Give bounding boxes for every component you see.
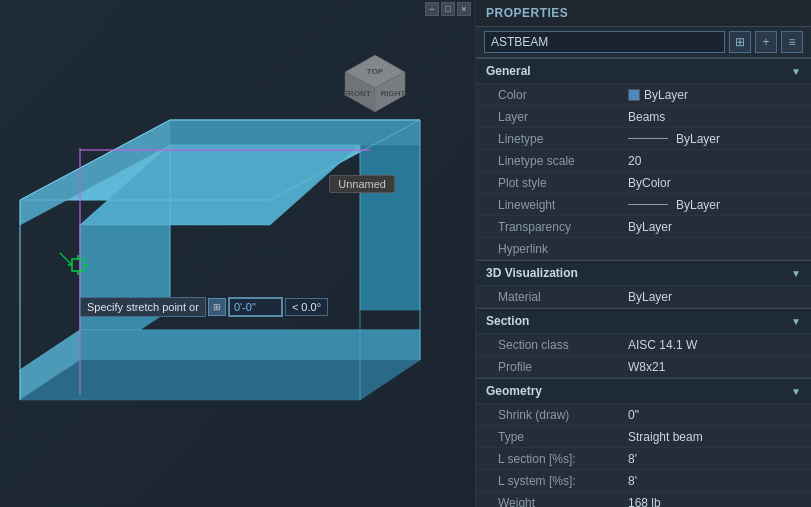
prop-label-2-0: Section class: [498, 338, 628, 352]
maximize-button[interactable]: □: [441, 2, 455, 16]
prop-row-3-0[interactable]: Shrink (draw) 0": [476, 404, 811, 426]
section-arrow-3: ▼: [791, 386, 801, 397]
section-label-3: Geometry: [486, 384, 542, 398]
navigation-cube[interactable]: TOP FRONT RIGHT: [335, 50, 415, 130]
copy-icon: ⊞: [735, 35, 745, 49]
prop-row-3-4[interactable]: Weight 168 lb: [476, 492, 811, 507]
plus-icon: +: [762, 35, 769, 49]
properties-panel: PROPERTIES ASTBEAM ⊞ + ≡ General▼ Color …: [476, 0, 811, 507]
color-swatch: [628, 89, 640, 101]
prop-label-3-3: L system [%s]:: [498, 474, 628, 488]
section-arrow-0: ▼: [791, 66, 801, 77]
svg-text:RIGHT: RIGHT: [381, 89, 406, 98]
prop-value-3-0: 0": [628, 408, 639, 422]
prop-row-0-7[interactable]: Hyperlink: [476, 238, 811, 260]
prop-value-container-3-3: 8': [628, 474, 637, 488]
section-arrow-2: ▼: [791, 316, 801, 327]
prop-value-container-0-0: ByLayer: [628, 88, 688, 102]
prop-label-2-1: Profile: [498, 360, 628, 374]
window-controls: − □ ×: [421, 0, 475, 18]
prop-label-0-4: Plot style: [498, 176, 628, 190]
command-icon[interactable]: ⊞: [208, 298, 226, 316]
command-bar[interactable]: Specify stretch point or ⊞ < 0.0°: [80, 297, 328, 317]
section-header-0[interactable]: General▼: [476, 58, 811, 84]
svg-text:FRONT: FRONT: [343, 89, 371, 98]
section-header-3[interactable]: Geometry▼: [476, 378, 811, 404]
prop-label-1-0: Material: [498, 290, 628, 304]
prop-value-3-2: 8': [628, 452, 637, 466]
prop-value-3-3: 8': [628, 474, 637, 488]
svg-marker-6: [360, 145, 420, 310]
prop-row-2-1[interactable]: Profile W8x21: [476, 356, 811, 378]
panel-toolbar: ASTBEAM ⊞ + ≡: [476, 27, 811, 58]
prop-row-0-6[interactable]: Transparency ByLayer: [476, 216, 811, 238]
prop-row-0-1[interactable]: Layer Beams: [476, 106, 811, 128]
prop-value-0-3: 20: [628, 154, 641, 168]
prop-value-1-0: ByLayer: [628, 290, 672, 304]
prop-label-0-3: Linetype scale: [498, 154, 628, 168]
prop-value-0-0: ByLayer: [644, 88, 688, 102]
prop-value-container-0-3: 20: [628, 154, 641, 168]
prop-row-3-1[interactable]: Type Straight beam: [476, 426, 811, 448]
prop-row-0-3[interactable]: Linetype scale 20: [476, 150, 811, 172]
prop-value-0-2: ByLayer: [676, 132, 720, 146]
prop-value-2-1: W8x21: [628, 360, 665, 374]
command-input-field[interactable]: [228, 297, 283, 317]
section-label-2: Section: [486, 314, 529, 328]
line-sample: [628, 138, 668, 139]
prop-label-3-0: Shrink (draw): [498, 408, 628, 422]
panel-title: PROPERTIES: [486, 6, 568, 20]
copy-icon-button[interactable]: ⊞: [729, 31, 751, 53]
prop-row-3-3[interactable]: L system [%s]: 8': [476, 470, 811, 492]
prop-value-0-1: Beams: [628, 110, 665, 124]
prop-row-3-2[interactable]: L section [%s]: 8': [476, 448, 811, 470]
prop-label-3-1: Type: [498, 430, 628, 444]
prop-value-container-3-2: 8': [628, 452, 637, 466]
prop-row-0-2[interactable]: Linetype ByLayer: [476, 128, 811, 150]
prop-label-0-2: Linetype: [498, 132, 628, 146]
command-prompt: Specify stretch point or: [80, 297, 206, 317]
panel-header: PROPERTIES: [476, 0, 811, 27]
unnamed-label: Unnamed: [329, 175, 395, 193]
prop-row-0-5[interactable]: Lineweight ByLayer: [476, 194, 811, 216]
prop-value-container-0-6: ByLayer: [628, 220, 672, 234]
prop-value-container-0-5: ByLayer: [628, 198, 720, 212]
prop-value-0-4: ByColor: [628, 176, 671, 190]
minimize-button[interactable]: −: [425, 2, 439, 16]
prop-label-0-5: Lineweight: [498, 198, 628, 212]
prop-value-container-0-4: ByColor: [628, 176, 671, 190]
settings-icon-button[interactable]: ≡: [781, 31, 803, 53]
section-header-1[interactable]: 3D Visualization▼: [476, 260, 811, 286]
prop-value-container-0-2: ByLayer: [628, 132, 720, 146]
section-header-2[interactable]: Section▼: [476, 308, 811, 334]
prop-label-3-2: L section [%s]:: [498, 452, 628, 466]
close-button[interactable]: ×: [457, 2, 471, 16]
prop-value-3-4: 168 lb: [628, 496, 661, 508]
prop-label-0-0: Color: [498, 88, 628, 102]
prop-label-3-4: Weight: [498, 496, 628, 508]
object-dropdown[interactable]: ASTBEAM: [484, 31, 725, 53]
viewport[interactable]: − □ ×: [0, 0, 476, 507]
prop-row-0-0[interactable]: Color ByLayer: [476, 84, 811, 106]
add-icon-button[interactable]: +: [755, 31, 777, 53]
section-label-1: 3D Visualization: [486, 266, 578, 280]
prop-label-0-1: Layer: [498, 110, 628, 124]
prop-label-0-7: Hyperlink: [498, 242, 628, 256]
command-angle-display: < 0.0°: [285, 298, 328, 316]
svg-marker-9: [80, 330, 420, 360]
prop-value-container-2-0: AISC 14.1 W: [628, 338, 697, 352]
prop-value-0-6: ByLayer: [628, 220, 672, 234]
properties-content[interactable]: General▼ Color ByLayer Layer Beams Linet…: [476, 58, 811, 507]
section-label-0: General: [486, 64, 531, 78]
line-sample: [628, 204, 668, 205]
prop-value-3-1: Straight beam: [628, 430, 703, 444]
prop-row-0-4[interactable]: Plot style ByColor: [476, 172, 811, 194]
prop-row-2-0[interactable]: Section class AISC 14.1 W: [476, 334, 811, 356]
prop-value-container-2-1: W8x21: [628, 360, 665, 374]
settings-icon: ≡: [788, 35, 795, 49]
prop-value-container-1-0: ByLayer: [628, 290, 672, 304]
prop-value-container-3-0: 0": [628, 408, 639, 422]
prop-value-2-0: AISC 14.1 W: [628, 338, 697, 352]
svg-text:TOP: TOP: [367, 67, 384, 76]
prop-row-1-0[interactable]: Material ByLayer: [476, 286, 811, 308]
